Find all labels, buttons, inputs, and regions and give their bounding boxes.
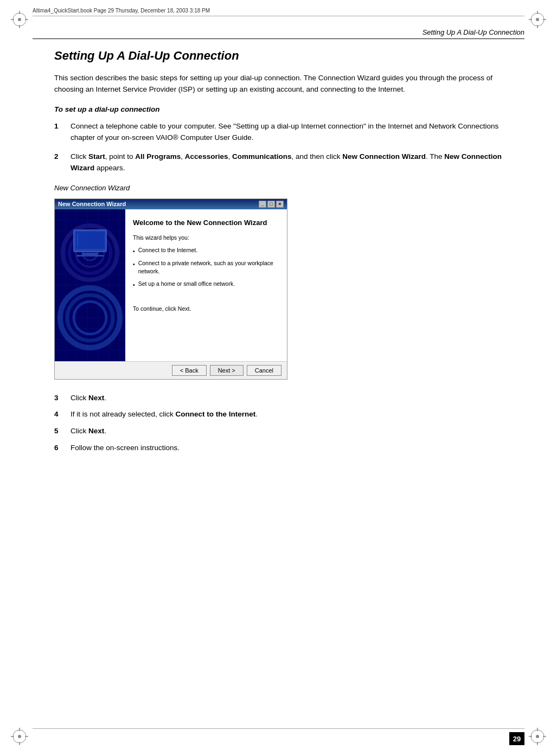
section-header: Setting Up A Dial-Up Connection <box>33 28 524 39</box>
wizard-continue-text: To continue, click Next. <box>133 305 279 312</box>
lower-steps-list: 3 Click Next. 4 If it is not already sel… <box>54 393 514 454</box>
step-5-number: 5 <box>54 426 71 437</box>
svg-point-11 <box>536 18 539 21</box>
svg-rect-52 <box>76 255 104 257</box>
wizard-back-button[interactable]: < Back <box>172 365 207 376</box>
wizard-titlebar-buttons: _ □ × <box>259 201 284 208</box>
bottom-rule <box>33 728 524 729</box>
step-1-text: Connect a telephone cable to your comput… <box>71 121 514 144</box>
svg-point-5 <box>18 18 21 21</box>
wizard-caption: New Connection Wizard <box>54 184 514 192</box>
close-button[interactable]: × <box>276 201 284 208</box>
bullet-dot-1: • <box>133 247 135 255</box>
step-1-number: 1 <box>54 121 71 132</box>
main-content: Setting Up A Dial-Up Connection This sec… <box>54 49 514 723</box>
step-6-text: Follow the on-screen instructions. <box>71 443 514 454</box>
intro-text: This section describes the basic steps f… <box>54 73 514 95</box>
wizard-right-panel: Welcome to the New Connection Wizard Thi… <box>125 209 287 361</box>
corner-decoration-br <box>528 727 547 746</box>
wizard-body: Welcome to the New Connection Wizard Thi… <box>55 209 287 361</box>
steps-list: 1 Connect a telephone cable to your comp… <box>54 121 514 174</box>
step-4: 4 If it is not already selected, click C… <box>54 409 514 420</box>
wizard-bullet-1: • Connect to the Internet. <box>133 246 279 255</box>
bullet-dot-2: • <box>133 260 135 268</box>
corner-decoration-tr <box>528 10 547 29</box>
bullet-text-3: Set up a home or small office network. <box>138 280 235 288</box>
step-5: 5 Click Next. <box>54 426 514 437</box>
wizard-desc: This wizard helps you: <box>133 234 279 242</box>
section-header-text: Setting Up A Dial-Up Connection <box>422 28 524 36</box>
step-1: 1 Connect a telephone cable to your comp… <box>54 121 514 144</box>
page-title: Setting Up A Dial-Up Connection <box>54 49 514 63</box>
step-2-text: Click Start, point to All Programs, Acce… <box>71 151 514 174</box>
wizard-left-panel <box>55 209 125 361</box>
wizard-cancel-button[interactable]: Cancel <box>247 365 281 376</box>
wizard-titlebar: New Connection Wizard _ □ × <box>55 199 287 209</box>
svg-rect-51 <box>82 253 98 255</box>
step-2: 2 Click Start, point to All Programs, Ac… <box>54 151 514 174</box>
wizard-bullet-3: • Set up a home or small office network. <box>133 280 279 289</box>
wizard-next-button[interactable]: Next > <box>210 365 244 376</box>
step-3-text: Click Next. <box>71 393 514 404</box>
step-4-text: If it is not already selected, click Con… <box>71 409 514 420</box>
minimize-button[interactable]: _ <box>259 201 266 208</box>
step-3-number: 3 <box>54 393 71 404</box>
step-6-number: 6 <box>54 443 71 454</box>
page-number: 29 <box>509 732 524 745</box>
meta-text: Altima4_QuickStart.book Page 29 Thursday… <box>33 8 210 14</box>
wizard-screenshot: New Connection Wizard _ □ × <box>54 198 287 380</box>
step-3: 3 Click Next. <box>54 393 514 404</box>
wizard-title-text: New Connection Wizard <box>58 201 126 207</box>
maximize-button[interactable]: □ <box>267 201 275 208</box>
bullet-text-2: Connect to a private network, such as yo… <box>138 259 279 275</box>
wizard-bullet-2: • Connect to a private network, such as … <box>133 259 279 275</box>
top-metadata: Altima4_QuickStart.book Page 29 Thursday… <box>33 8 524 16</box>
wizard-footer: < Back Next > Cancel <box>55 361 287 379</box>
bullet-dot-3: • <box>133 281 135 289</box>
corner-decoration-bl <box>10 727 29 746</box>
svg-point-23 <box>536 735 539 738</box>
step-2-number: 2 <box>54 151 71 163</box>
step-5-text: Click Next. <box>71 426 514 437</box>
step-4-number: 4 <box>54 409 71 420</box>
bullet-text-1: Connect to the Internet. <box>138 246 198 254</box>
svg-point-17 <box>18 735 21 738</box>
wizard-heading: Welcome to the New Connection Wizard <box>133 218 279 228</box>
corner-decoration-tl <box>10 10 29 29</box>
subsection-title: To set up a dial-up connection <box>54 105 514 113</box>
step-6: 6 Follow the on-screen instructions. <box>54 443 514 454</box>
